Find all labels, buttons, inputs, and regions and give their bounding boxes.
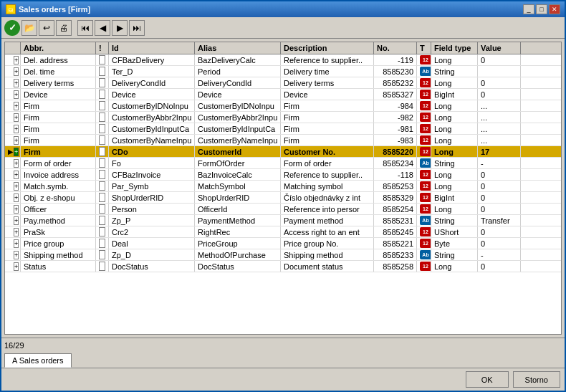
- col-header-val[interactable]: Value: [478, 42, 521, 54]
- col-header-no[interactable]: No.: [374, 42, 417, 54]
- excl-cell[interactable]: [96, 158, 109, 168]
- title-bar-left: 🗂 Sales orders [Firm]: [6, 4, 90, 14]
- close-button[interactable]: ✕: [549, 4, 560, 14]
- tab-a-sales-orders[interactable]: A Sales orders: [4, 353, 72, 368]
- table-row[interactable]: ▶+DeviceDeviceDeviceDevice858532712BigIn…: [5, 89, 561, 100]
- table-row[interactable]: ▶+Obj. z e-shopuShopUrderRIDShopUrderRID…: [5, 192, 561, 204]
- t-cell: 12: [417, 112, 431, 123]
- id-cell: Crc2: [109, 226, 195, 237]
- t-cell: 12: [417, 135, 431, 145]
- cancel-button[interactable]: Storno: [513, 371, 560, 388]
- alias-cell: MatchSymbol: [195, 181, 281, 191]
- table-row[interactable]: ▶+Invoice addressCFBazInvoiceBazInvoiceC…: [5, 169, 561, 181]
- fieldtype-cell: Long: [431, 54, 478, 65]
- row-indicator-cell: ▶+: [5, 123, 21, 134]
- excl-cell[interactable]: [96, 89, 109, 100]
- table-row[interactable]: ▶+PraSkCrc2RightRecAccess right to an en…: [5, 226, 561, 238]
- bottom-bar: OK Storno: [1, 368, 565, 391]
- table-row[interactable]: ▶+OfficerPersonOfficerIdReference into p…: [5, 204, 561, 215]
- alias-cell: ShopUrderRID: [195, 192, 281, 203]
- table-row[interactable]: ▶+Del. timeTer_DPeriodDelivery time85852…: [5, 66, 561, 77]
- fieldtype-cell: Long: [431, 77, 478, 88]
- minimize-button[interactable]: _: [523, 4, 534, 14]
- check-button[interactable]: ✓: [4, 20, 20, 36]
- excl-cell[interactable]: [96, 146, 109, 157]
- excl-cell[interactable]: [96, 112, 109, 123]
- excl-cell[interactable]: [96, 226, 109, 237]
- next-button[interactable]: ▶: [112, 20, 128, 36]
- id-cell: DeliveryCondId: [109, 77, 195, 88]
- table-row[interactable]: ▶+Form of orderFoFormOfOrderForm of orde…: [5, 158, 561, 169]
- excl-cell[interactable]: [96, 135, 109, 145]
- row-indicator-cell: ▶+: [5, 112, 21, 123]
- value-cell: ...: [478, 100, 521, 111]
- col-header-id[interactable]: Id: [109, 42, 195, 54]
- table-row[interactable]: ▶+FirmCDoCustomerIdCustomer No.858522012…: [5, 146, 561, 158]
- first-button[interactable]: ⏮: [77, 20, 93, 36]
- excl-cell[interactable]: [96, 204, 109, 214]
- no-cell: -981: [374, 123, 417, 134]
- table-row[interactable]: ▶+FirmCustomerByNameInpuCustomerByNameIn…: [5, 135, 561, 146]
- excl-cell[interactable]: [96, 66, 109, 77]
- table-row[interactable]: ▶+Pay.methodZp_PPaymentMethodPayment met…: [5, 215, 561, 226]
- t-cell: 12: [417, 146, 431, 157]
- abbr-cell: Form of order: [21, 158, 96, 168]
- value-cell: 0: [478, 226, 521, 237]
- desc-cell: Access right to an ent: [281, 226, 374, 237]
- excl-cell[interactable]: [96, 238, 109, 249]
- desc-cell: Document status: [281, 261, 374, 272]
- abbr-cell: Obj. z e-shopu: [21, 192, 96, 203]
- row-indicator-cell: ▶+: [5, 261, 21, 272]
- table-body[interactable]: ▶+Del. addressCFBazDeliveryBazDeliveryCa…: [5, 54, 561, 334]
- last-button[interactable]: ⏭: [129, 20, 145, 36]
- id-cell: Person: [109, 204, 195, 214]
- col-header-desc[interactable]: Description: [281, 42, 374, 54]
- t-cell: 12: [417, 54, 431, 65]
- table-row[interactable]: ▶+StatusDocStatusDocStatusDocument statu…: [5, 261, 561, 272]
- table-row[interactable]: ▶+Match.symb.Par_SymbMatchSymbolMatching…: [5, 181, 561, 192]
- abbr-cell: Price group: [21, 238, 96, 249]
- excl-cell[interactable]: [96, 77, 109, 88]
- excl-cell[interactable]: [96, 100, 109, 111]
- value-cell: 0: [478, 54, 521, 65]
- id-cell: CustomerByNameInpu: [109, 135, 195, 145]
- alias-cell: OfficerId: [195, 204, 281, 214]
- ok-button[interactable]: OK: [466, 371, 509, 388]
- excl-cell[interactable]: [96, 261, 109, 272]
- print-button[interactable]: 🖨: [56, 20, 72, 36]
- desc-cell: Reference to supplier..: [281, 169, 374, 180]
- excl-cell[interactable]: [96, 249, 109, 260]
- value-cell: 0: [478, 204, 521, 214]
- alias-cell: BazInvoiceCalc: [195, 169, 281, 180]
- table-row[interactable]: ▶+Del. addressCFBazDeliveryBazDeliveryCa…: [5, 54, 561, 66]
- table-row[interactable]: ▶+FirmCustomerByIdInputCaCustomerByIdInp…: [5, 123, 561, 135]
- row-indicator-cell: ▶+: [5, 100, 21, 111]
- prev-button[interactable]: ◀: [95, 20, 110, 36]
- excl-cell[interactable]: [96, 54, 109, 65]
- excl-cell[interactable]: [96, 123, 109, 134]
- excl-cell[interactable]: [96, 215, 109, 226]
- alias-cell: CustomerByNameInpu: [195, 135, 281, 145]
- desc-cell: Firm: [281, 135, 374, 145]
- maximize-button[interactable]: □: [536, 4, 547, 14]
- fieldtype-cell: String: [431, 66, 478, 77]
- window-icon: 🗂: [6, 4, 16, 14]
- col-header-ft[interactable]: Field type: [431, 42, 478, 54]
- alias-cell: MethodOfPurchase: [195, 249, 281, 260]
- col-header-alias[interactable]: Alias: [195, 42, 281, 54]
- row-indicator-cell: ▶+: [5, 169, 21, 180]
- col-header-abbr[interactable]: Abbr.: [21, 42, 96, 54]
- folder-button[interactable]: 📂: [21, 20, 37, 36]
- id-cell: Zp_P: [109, 215, 195, 226]
- title-buttons: _ □ ✕: [523, 4, 560, 14]
- table-row[interactable]: ▶+FirmCustomerByAbbr2InpuCustomerByAbbr2…: [5, 112, 561, 123]
- table-row[interactable]: ▶+Price groupDealPriceGroupPrice group N…: [5, 238, 561, 249]
- table-row[interactable]: ▶+FirmCustomerByIDNoInpuCustomerByIDNoIn…: [5, 100, 561, 112]
- table-row[interactable]: ▶+Delivery termsDeliveryCondIdDeliveryCo…: [5, 77, 561, 89]
- desc-cell: Delivery terms: [281, 77, 374, 88]
- table-row[interactable]: ▶+Shipping methodZp_DMethodOfPurchaseShi…: [5, 249, 561, 261]
- excl-cell[interactable]: [96, 192, 109, 203]
- refresh-button[interactable]: ↩: [39, 20, 54, 36]
- excl-cell[interactable]: [96, 181, 109, 191]
- excl-cell[interactable]: [96, 169, 109, 180]
